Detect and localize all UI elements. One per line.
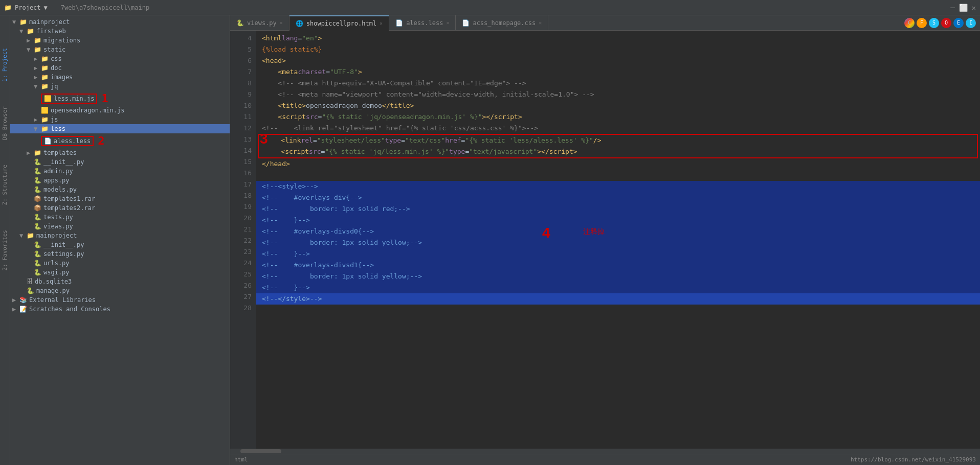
tab-close-aless[interactable]: ✕ [446,20,449,26]
editor-content: 4 5 6 7 8 9 10 11 12 13 14 15 16 17 [230,31,980,449]
tree-item-apps-py[interactable]: 🐍 apps.py [10,176,230,185]
tree-item-models-py[interactable]: 🐍 models.py [10,185,230,194]
vertical-tab-db[interactable]: DB Browser [1,104,9,142]
tab-bar-right: C F S O E I [904,18,980,28]
tree-item-templates2-rar[interactable]: 📦 templates2.rar [10,203,230,213]
code-line-17: <!--<style>--> [256,181,980,192]
opera-icon[interactable]: O [941,18,951,28]
tree-item-js[interactable]: ▶ 📁 js [10,115,230,124]
tree-item-css[interactable]: ▶ 📁 css [10,54,230,63]
tab-aless-less[interactable]: 📄 aless.less ✕ [389,15,456,31]
tree-item-static[interactable]: ▼ 📁 static [10,45,230,54]
code-line-5: {% load static %} [256,44,980,55]
tree-item-openseadragon[interactable]: 🟨 openseadragon.min.js [10,106,230,115]
tree-item-templates1-rar[interactable]: 📦 templates1.rar [10,194,230,203]
tree-item-db-sqlite3[interactable]: 🗄 db.sqlite3 [10,277,230,286]
tree-item-init-mainproject[interactable]: 🐍 __init__.py [10,240,230,249]
horizontal-scrollbar[interactable] [230,449,980,454]
code-line-16 [256,170,980,181]
safari-icon[interactable]: S [929,18,939,28]
tree-item-templates[interactable]: ▶ 📁 templates [10,148,230,157]
code-line-13: <link rel="stylesheet/less" type="text/c… [259,135,977,146]
tree-label: models.py [43,186,77,193]
annotation-2: 2 [98,134,104,147]
tree-item-scratches[interactable]: ▶ 📝 Scratches and Consoles [10,305,230,314]
tab-acss-homepage[interactable]: 📄 acss_homepage.css ✕ [456,15,548,31]
file-tree: ▼ 📁 mainproject ▼ 📁 firstweb ▶ 📁 migrat [0,15,230,465]
line-numbers: 4 5 6 7 8 9 10 11 12 13 14 15 16 17 [230,31,256,449]
editor-area: 🐍 views.py ✕ 🌐 showpiccellpro.html ✕ 📄 a… [230,15,980,465]
status-language: html [234,456,248,463]
code-line-7: <meta charset="UTF-8"> [256,66,980,78]
tree-item-urls-py[interactable]: 🐍 urls.py [10,259,230,268]
window-minimize[interactable]: ─ [950,4,954,12]
code-line-8: <!-- <meta http-equiv="X-UA-Compatible" … [256,78,980,89]
ie-icon[interactable]: I [966,18,976,28]
vertical-tab-project[interactable]: 1: Project [1,46,9,84]
tree-item-init-py[interactable]: 🐍 __init__.py [10,157,230,167]
tree-item-mainproject-sub[interactable]: ▼ 📁 mainproject [10,231,230,240]
tree-item-wsgi-py[interactable]: 🐍 wsgi.py [10,268,230,277]
tab-icon: 🌐 [296,20,303,27]
tree-item-aless-less[interactable]: 📄 aless.less 2 [10,133,230,148]
window-close[interactable]: ✕ [972,4,976,12]
code-area[interactable]: <html lang="en"> {% load static %} <head… [256,31,980,449]
tree-item-images[interactable]: ▶ 📁 images [10,73,230,82]
code-line-27: <!--</style>--> [256,293,980,305]
tree-label: apps.py [43,177,70,184]
tree-item-less-folder[interactable]: ▼ 📁 less [10,124,230,133]
tree-item-mainproject-root[interactable]: ▼ 📁 mainproject [10,17,230,27]
tree-label: doc [51,64,62,72]
tree-item-external-libs[interactable]: ▶ 📚 External Libraries [10,295,230,305]
tree-item-jq[interactable]: ▼ 📁 jq [10,82,230,91]
tree-item-doc[interactable]: ▶ 📁 doc [10,63,230,73]
tree-label: templates [43,149,77,156]
scrollbar-thumb-h[interactable] [240,449,281,453]
code-line-22: <!-- border: 1px solid yellow;--> [256,237,980,248]
tree-item-settings-py[interactable]: 🐍 settings.py [10,249,230,259]
title-dropdown-icon[interactable]: ▼ [44,4,48,11]
tab-showpiccellpro[interactable]: 🌐 showpiccellpro.html ✕ [289,15,389,31]
code-line-23: <!-- }--> [256,248,980,260]
firefox-icon[interactable]: F [917,18,927,28]
tab-close-acss[interactable]: ✕ [539,20,542,26]
tree-label: Scratches and Consoles [29,306,110,313]
tab-label: aless.less [406,19,443,27]
tree-item-admin-py[interactable]: 🐍 admin.py [10,167,230,176]
tree-item-less-min-js[interactable]: 🟨 less.min.js 1 [10,91,230,106]
code-line-28 [256,305,980,316]
vertical-tab-favorites[interactable]: 2: Favorites [1,228,9,272]
tree-label: images [51,74,73,81]
tree-label: less [51,125,65,132]
tab-views-py[interactable]: 🐍 views.py ✕ [230,15,289,31]
tree-item-firstweb[interactable]: ▼ 📁 firstweb [10,27,230,36]
tree-label: js [51,116,58,123]
tab-close-showpiccellpro[interactable]: ✕ [380,20,383,26]
tree-label: mainproject [36,232,77,239]
title-project-icon: 📁 [4,4,12,11]
editor-wrapper: 4 5 6 7 8 9 10 11 12 13 14 15 16 17 [230,31,980,454]
edge-icon[interactable]: E [953,18,964,28]
code-line-25: <!-- border: 1px solid yellow;--> [256,271,980,282]
status-bar: html https://blog.csdn.net/weixin_415290… [230,454,980,465]
code-line-12: <!-- <link rel="stylesheet" href="{% sta… [256,123,980,134]
tree-label: admin.py [43,168,73,175]
tab-label: acss_homepage.css [473,19,536,27]
tree-label: firstweb [36,28,66,35]
tree-item-migrations[interactable]: ▶ 📁 migrations [10,36,230,45]
tree-label: static [43,46,65,53]
tree-label: views.py [43,223,73,230]
blue-highlight-block: <!--<style>--> <!-- #overlays-div{--> <!… [256,181,980,305]
tree-item-views-py[interactable]: 🐍 views.py [10,222,230,231]
code-line-10: <title>openseadragon_demoo</title> [256,100,980,111]
tree-label: tests.py [43,214,73,221]
tree-item-manage-py[interactable]: 🐍 manage.py [10,286,230,295]
app-container: 📁 Project ▼ 7web\a7showpiccell\mainp ─ ⬜… [0,0,980,465]
window-restore[interactable]: ⬜ [959,4,968,12]
chrome-icon[interactable]: C [904,18,915,28]
tab-close-views[interactable]: ✕ [280,20,283,26]
vertical-tab-structure[interactable]: Z: Structure [1,162,9,207]
tree-item-tests-py[interactable]: 🐍 tests.py [10,213,230,222]
code-line-6: <head> [256,55,980,66]
title-project-label[interactable]: Project [15,4,41,11]
